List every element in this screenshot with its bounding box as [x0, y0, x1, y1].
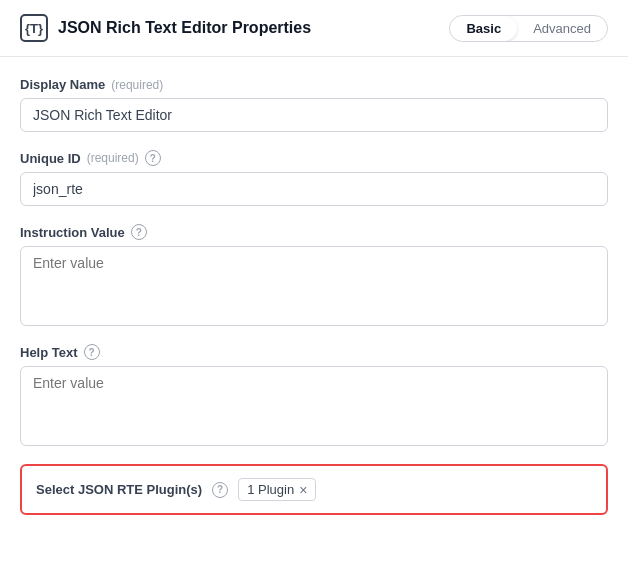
display-name-input[interactable]	[20, 98, 608, 132]
instruction-value-help-icon[interactable]: ?	[131, 224, 147, 240]
help-text-textarea[interactable]	[20, 366, 608, 446]
tab-basic[interactable]: Basic	[450, 16, 517, 41]
display-name-group: Display Name (required)	[20, 77, 608, 132]
tab-advanced[interactable]: Advanced	[517, 16, 607, 41]
content-area: Display Name (required) Unique ID (requi…	[0, 57, 628, 573]
plugin-tag-label: 1 Plugin	[247, 482, 294, 497]
header-left: {T} JSON Rich Text Editor Properties	[20, 14, 311, 42]
help-text-label: Help Text ?	[20, 344, 608, 360]
tab-group: Basic Advanced	[449, 15, 608, 42]
dialog-header: {T} JSON Rich Text Editor Properties Bas…	[0, 0, 628, 57]
plugin-help-icon[interactable]: ?	[212, 482, 228, 498]
unique-id-group: Unique ID (required) ?	[20, 150, 608, 206]
component-icon: {T}	[20, 14, 48, 42]
unique-id-help-icon[interactable]: ?	[145, 150, 161, 166]
dialog-title: JSON Rich Text Editor Properties	[58, 19, 311, 37]
plugin-tag-close-button[interactable]: ×	[299, 483, 307, 497]
instruction-value-label: Instruction Value ?	[20, 224, 608, 240]
plugin-section: Select JSON RTE Plugin(s) ? 1 Plugin ×	[20, 464, 608, 515]
plugin-tag: 1 Plugin ×	[238, 478, 316, 501]
plugin-label: Select JSON RTE Plugin(s)	[36, 482, 202, 497]
instruction-value-group: Instruction Value ?	[20, 224, 608, 326]
instruction-value-textarea[interactable]	[20, 246, 608, 326]
help-text-group: Help Text ?	[20, 344, 608, 446]
display-name-label: Display Name (required)	[20, 77, 608, 92]
help-text-help-icon[interactable]: ?	[84, 344, 100, 360]
unique-id-label: Unique ID (required) ?	[20, 150, 608, 166]
dialog-container: {T} JSON Rich Text Editor Properties Bas…	[0, 0, 628, 573]
unique-id-input[interactable]	[20, 172, 608, 206]
